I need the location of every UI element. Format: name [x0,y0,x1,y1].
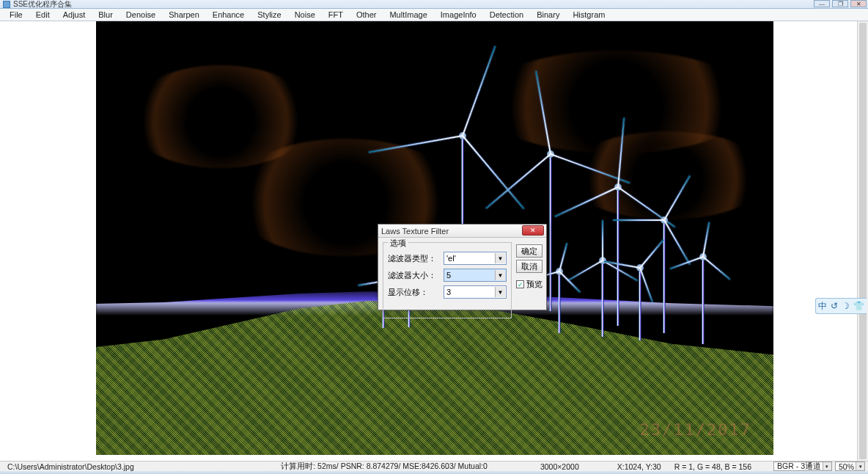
filter-type-label: 滤波器类型： [388,253,444,264]
status-zoom-value: 50% [839,462,854,471]
laws-texture-dialog: Laws Texture Filter ✕ 选项 滤波器类型： 'el' ▼ 滤… [378,224,547,310]
image-turbine [701,260,705,344]
status-timing: 计算用时: 52ms/ [281,462,338,470]
image-turbine [639,271,641,340]
menu-stylize[interactable]: Stylize [251,10,287,20]
display-shift-combo[interactable]: 3 ▼ [444,285,507,299]
display-shift-label: 显示位移： [388,287,444,298]
dialog-close-button[interactable]: ✕ [522,225,544,236]
statusbar: C:\Users\Administrator\Desktop\3.jpg 计算用… [0,461,868,471]
menu-sharpen[interactable]: Sharpen [162,10,206,20]
maximize-button[interactable]: ❐ [832,0,848,7]
app-icon [3,1,10,8]
menu-noise[interactable]: Noise [288,10,322,20]
menubar: File Edit Adjust Blur Denoise Sharpen En… [0,9,868,21]
status-mutual: Mutual:0 [458,462,488,470]
image-cloud [565,131,770,219]
preview-label: 预览 [526,279,542,290]
ime-sync-icon[interactable]: ↺ [831,301,838,311]
status-cursor: X:1024, Y:30 [613,462,666,471]
image-turbine [558,274,561,333]
menu-denoise[interactable]: Denoise [119,10,162,20]
status-mode-value: BGR - 3通道 [777,462,821,472]
chevron-down-icon: ▼ [495,253,505,263]
menu-histgram[interactable]: Histgram [566,10,611,20]
window-title: SSE优化程序合集 [13,0,72,10]
filter-size-label: 滤波器大小： [388,270,444,281]
menu-detection[interactable]: Detection [483,10,530,20]
cancel-button[interactable]: 取消 [516,260,542,273]
filter-size-value: 5 [446,271,451,280]
vertical-scrollbar[interactable] [857,21,868,461]
image-turbine [615,190,621,326]
chevron-down-icon: ▼ [495,270,505,280]
status-zoom-combo[interactable]: 50% ▾ [835,462,865,471]
dialog-title: Laws Texture Filter [381,227,449,236]
ime-moon-icon[interactable]: ☽ [842,301,850,311]
filter-size-combo[interactable]: 5 ▼ [444,269,507,282]
menu-multimage[interactable]: MultImage [383,10,433,20]
menu-fft[interactable]: FFT [322,10,350,20]
ime-char-icon[interactable]: 中 [818,300,827,313]
status-mode-combo[interactable]: BGR - 3通道 ▾ [773,462,832,471]
canvas-area[interactable]: 23/11/2017 Laws Texture Filter ✕ 选项 滤波器类… [0,21,857,461]
chevron-down-icon: ▾ [856,462,864,470]
display-shift-value: 3 [446,288,451,296]
menu-enhance[interactable]: Enhance [206,10,251,20]
group-label: 选项 [388,238,408,249]
filter-type-value: 'el' [446,254,456,263]
menu-binary[interactable]: Binary [530,10,566,20]
close-button[interactable]: ✕ [850,0,867,7]
menu-blur[interactable]: Blur [92,10,119,20]
image-watermark: 23/11/2017 [640,420,751,439]
scroll-thumb[interactable] [859,23,867,459]
menu-file[interactable]: File [3,10,29,20]
image-turbine [547,157,554,311]
ok-button[interactable]: 确定 [516,244,542,258]
filter-type-combo[interactable]: 'el' ▼ [444,252,507,265]
menu-imageinfo[interactable]: ImageInfo [434,10,483,20]
dialog-options-group: 选项 滤波器类型： 'el' ▼ 滤波器大小： 5 ▼ [383,242,512,318]
dialog-titlebar[interactable]: Laws Texture Filter ✕ [378,225,546,238]
preview-checkbox[interactable]: ✓ 预览 [516,279,542,290]
chevron-down-icon: ▼ [495,287,505,297]
workspace: 23/11/2017 Laws Texture Filter ✕ 选项 滤波器类… [0,21,868,461]
chevron-down-icon: ▾ [823,462,831,470]
menu-edit[interactable]: Edit [29,10,56,20]
ime-toolbar[interactable]: 中 ↺ ☽ 👕 [815,298,867,314]
status-path: C:\Users\Administrator\Desktop\3.jpg [3,462,223,471]
minimize-button[interactable]: — [814,0,830,7]
window-controls: — ❐ ✕ [814,0,867,7]
titlebar: SSE优化程序合集 — ❐ ✕ [0,0,868,9]
checkbox-icon: ✓ [516,280,524,288]
menu-other[interactable]: Other [350,10,383,20]
status-dims: 3000×2000 [536,462,584,471]
menu-adjust[interactable]: Adjust [56,10,92,20]
image-turbine [600,263,604,337]
status-psnr: PSNR: 8.874279/ [341,462,401,470]
status-pixel: R = 1, G = 48, B = 156 [670,462,756,471]
os-taskbar [0,471,868,474]
ime-skin-icon[interactable]: 👕 [853,301,864,311]
status-mse: MSE:8426.603/ [402,462,455,470]
